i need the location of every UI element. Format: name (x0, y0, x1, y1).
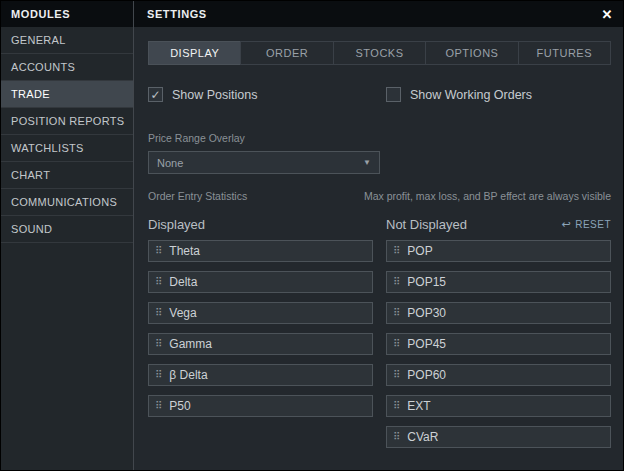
sidebar-item-label: POSITION REPORTS (11, 115, 124, 127)
checkbox-box[interactable]: ✓ (386, 87, 401, 102)
always-visible-note: Max profit, max loss, and BP effect are … (247, 190, 611, 202)
settings-dialog: MODULES SETTINGS ✕ GENERAL ACCOUNTS TRAD… (0, 0, 624, 471)
stat-item[interactable]: ⠿ POP30 (386, 302, 611, 324)
order-entry-statistics-label: Order Entry Statistics (148, 190, 247, 202)
sidebar-item[interactable]: TRADE (1, 81, 133, 108)
chevron-down-icon: ▼ (363, 158, 371, 167)
stat-lists: ⠿ Theta ⠿ Delta ⠿ Vega (148, 240, 611, 457)
drag-handle-icon[interactable]: ⠿ (155, 277, 162, 287)
sidebar-item-label: COMMUNICATIONS (11, 196, 117, 208)
drag-handle-icon[interactable]: ⠿ (393, 246, 400, 256)
stat-label: CVaR (407, 430, 438, 444)
sidebar-item-label: SOUND (11, 223, 52, 235)
stat-label: POP60 (407, 368, 446, 382)
checkbox-label: Show Positions (172, 88, 257, 102)
settings-title: SETTINGS (147, 8, 207, 20)
check-icon: ✓ (150, 89, 160, 101)
stat-label: EXT (407, 399, 430, 413)
drag-handle-icon[interactable]: ⠿ (155, 246, 162, 256)
not-displayed-header: Not Displayed ↩ RESET (386, 217, 611, 232)
column-headers: Displayed Not Displayed ↩ RESET (148, 217, 611, 232)
drag-handle-icon[interactable]: ⠿ (393, 370, 400, 380)
settings-tab[interactable]: ORDER (240, 41, 332, 65)
sidebar-item-label: GENERAL (11, 34, 66, 46)
dialog-body: GENERAL ACCOUNTS TRADE POSITION REPORTS … (1, 27, 623, 471)
tab-label: DISPLAY (170, 47, 219, 59)
price-range-value: None (157, 157, 363, 169)
tab-bar: DISPLAY ORDER STOCKS OPTIONS (148, 41, 611, 65)
stat-label: P50 (169, 399, 190, 413)
title-bar: MODULES SETTINGS ✕ (1, 1, 623, 27)
stat-item[interactable]: ⠿ P50 (148, 395, 373, 417)
checkbox-label: Show Working Orders (410, 88, 532, 102)
stat-label: Delta (169, 275, 197, 289)
stat-item[interactable]: ⠿ POP45 (386, 333, 611, 355)
sidebar-item[interactable]: CHART (1, 162, 133, 189)
stat-label: β Delta (169, 368, 207, 382)
reset-label: RESET (575, 219, 611, 230)
sidebar-item[interactable]: WATCHLISTS (1, 135, 133, 162)
displayed-title: Displayed (148, 217, 373, 232)
stat-label: POP15 (407, 275, 446, 289)
stat-label: POP45 (407, 337, 446, 351)
settings-tab[interactable]: FUTURES (518, 41, 611, 65)
tab-label: OPTIONS (445, 47, 498, 59)
checkbox-row: ✓ Show Positions ✓ Show Working Orders (148, 87, 611, 102)
sidebar-item[interactable]: COMMUNICATIONS (1, 189, 133, 216)
sidebar-item-label: CHART (11, 169, 50, 181)
stat-item[interactable]: ⠿ Theta (148, 240, 373, 262)
not-displayed-list: ⠿ POP ⠿ POP15 ⠿ POP30 (386, 240, 611, 457)
displayed-list: ⠿ Theta ⠿ Delta ⠿ Vega (148, 240, 373, 426)
tab-label: STOCKS (356, 47, 404, 59)
tab-label: ORDER (266, 47, 308, 59)
stat-item[interactable]: ⠿ Gamma (148, 333, 373, 355)
drag-handle-icon[interactable]: ⠿ (155, 339, 162, 349)
settings-tab[interactable]: OPTIONS (425, 41, 517, 65)
stat-item[interactable]: ⠿ EXT (386, 395, 611, 417)
settings-tab[interactable]: STOCKS (333, 41, 425, 65)
stat-label: POP (407, 244, 432, 258)
display-panel: DISPLAY ORDER STOCKS OPTIONS (134, 27, 623, 471)
drag-handle-icon[interactable]: ⠿ (393, 432, 400, 442)
stat-item[interactable]: ⠿ Vega (148, 302, 373, 324)
sidebar-item-label: WATCHLISTS (11, 142, 84, 154)
checkbox[interactable]: ✓ Show Working Orders (386, 87, 611, 102)
modules-sidebar: GENERAL ACCOUNTS TRADE POSITION REPORTS … (1, 27, 134, 471)
drag-handle-icon[interactable]: ⠿ (393, 339, 400, 349)
close-icon[interactable]: ✕ (602, 8, 614, 21)
not-displayed-title: Not Displayed (386, 217, 561, 232)
sidebar-item-label: ACCOUNTS (11, 61, 75, 73)
reset-icon: ↩ (561, 219, 571, 230)
drag-handle-icon[interactable]: ⠿ (155, 401, 162, 411)
drag-handle-icon[interactable]: ⠿ (155, 308, 162, 318)
stat-label: Gamma (169, 337, 212, 351)
price-range-overlay-label: Price Range Overlay (148, 132, 611, 144)
sidebar-item[interactable]: ACCOUNTS (1, 54, 133, 81)
checkbox-box[interactable]: ✓ (148, 87, 163, 102)
settings-header: SETTINGS ✕ (134, 1, 623, 27)
stat-item[interactable]: ⠿ POP15 (386, 271, 611, 293)
modules-header: MODULES (1, 1, 134, 27)
stat-item[interactable]: ⠿ β Delta (148, 364, 373, 386)
sidebar-item[interactable]: GENERAL (1, 27, 133, 54)
stat-item[interactable]: ⠿ POP (386, 240, 611, 262)
stat-item[interactable]: ⠿ Delta (148, 271, 373, 293)
stat-item[interactable]: ⠿ POP60 (386, 364, 611, 386)
drag-handle-icon[interactable]: ⠿ (393, 277, 400, 287)
stat-label: POP30 (407, 306, 446, 320)
reset-button[interactable]: ↩ RESET (561, 219, 611, 230)
sidebar-item-label: TRADE (11, 88, 50, 100)
drag-handle-icon[interactable]: ⠿ (393, 308, 400, 318)
stat-label: Theta (169, 244, 200, 258)
drag-handle-icon[interactable]: ⠿ (155, 370, 162, 380)
tab-label: FUTURES (537, 47, 592, 59)
price-range-select[interactable]: None ▼ (148, 151, 380, 174)
sidebar-item[interactable]: SOUND (1, 216, 133, 243)
stat-label: Vega (169, 306, 196, 320)
checkbox[interactable]: ✓ Show Positions (148, 87, 373, 102)
stat-item[interactable]: ⠿ CVaR (386, 426, 611, 448)
sidebar-item[interactable]: POSITION REPORTS (1, 108, 133, 135)
drag-handle-icon[interactable]: ⠿ (393, 401, 400, 411)
settings-tab[interactable]: DISPLAY (148, 41, 240, 65)
order-entry-section-header: Order Entry Statistics Max profit, max l… (148, 190, 611, 202)
